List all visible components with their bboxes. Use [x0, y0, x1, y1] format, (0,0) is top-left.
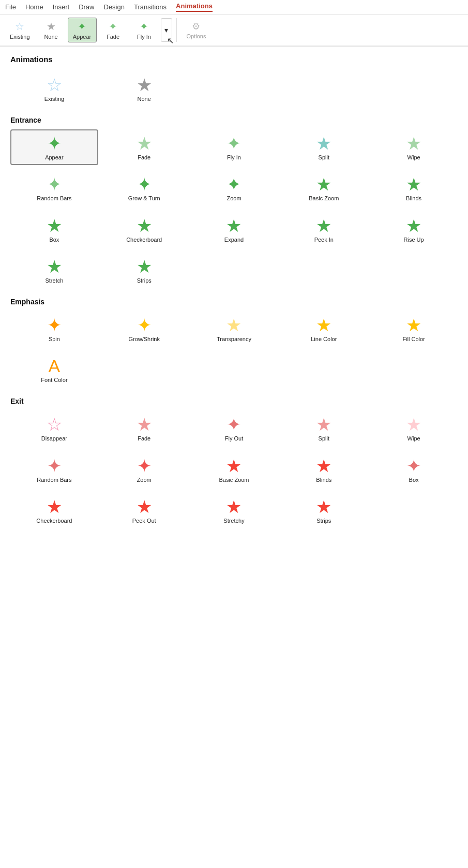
anim-strips[interactable]: ★ Strips — [100, 253, 188, 288]
exit-box-icon: ✦ — [406, 457, 421, 475]
cursor-icon: ↖ — [167, 36, 174, 46]
menu-animations[interactable]: Animations — [176, 2, 213, 12]
anim-basic-zoom[interactable]: ★ Basic Zoom — [280, 170, 368, 206]
anim-zoom[interactable]: ✦ Zoom — [190, 170, 278, 206]
anim-transparency[interactable]: ★ Transparency — [190, 311, 278, 347]
exit-split-icon: ★ — [316, 416, 331, 433]
fly-out-icon: ✦ — [227, 416, 241, 433]
checkerboard-icon: ★ — [137, 217, 152, 234]
fade-label: Fade — [138, 154, 150, 161]
anim-exit-box[interactable]: ✦ Box — [370, 452, 458, 488]
ribbon-appear-label: Appear — [73, 34, 91, 40]
menu-transitions[interactable]: Transitions — [134, 3, 167, 11]
ribbon-fade[interactable]: ✦ Fade — [99, 18, 128, 42]
anim-peek-out[interactable]: ★ Peek Out — [100, 493, 188, 528]
anim-fly-out[interactable]: ✦ Fly Out — [190, 410, 278, 446]
ribbon-flyin-label: Fly In — [137, 34, 151, 40]
main-content: Animations ☆ Existing ★ None Entrance ✦ … — [0, 47, 468, 541]
peek-in-label: Peek In — [314, 237, 334, 243]
peek-out-icon: ★ — [137, 498, 152, 516]
random-bars-icon: ✦ — [47, 175, 62, 193]
exit-grid: ☆ Disappear ★ Fade ✦ Fly Out ★ Split ★ W… — [10, 410, 458, 528]
anim-exit-strips[interactable]: ★ Strips — [280, 493, 368, 528]
emphasis-grid: ✦ Spin ✦ Grow/Shrink ★ Transparency ★ Li… — [10, 311, 458, 388]
disappear-label: Disappear — [41, 435, 67, 442]
exit-zoom-icon: ✦ — [137, 457, 152, 475]
anim-existing[interactable]: ☆ Existing — [10, 71, 98, 107]
peek-in-icon: ★ — [316, 217, 331, 234]
anim-grow-turn[interactable]: ✦ Grow & Turn — [100, 170, 188, 206]
anim-exit-random-bars[interactable]: ✦ Random Bars — [10, 452, 98, 488]
anim-disappear[interactable]: ☆ Disappear — [10, 410, 98, 446]
transparency-label: Transparency — [217, 336, 251, 343]
font-color-icon: A — [49, 357, 61, 375]
ribbon-options[interactable]: ⚙ Options — [181, 18, 212, 42]
anim-exit-zoom[interactable]: ✦ Zoom — [100, 452, 188, 488]
anim-expand[interactable]: ★ Expand — [190, 212, 278, 247]
split-label: Split — [319, 154, 329, 161]
line-color-icon: ★ — [316, 316, 331, 334]
menu-draw[interactable]: Draw — [79, 3, 94, 11]
anim-checkerboard[interactable]: ★ Checkerboard — [100, 212, 188, 247]
entrance-grid: ✦ Appear ★ Fade ✦ Fly In ★ Split ★ Wipe … — [10, 129, 458, 288]
ribbon-existing[interactable]: ☆ Existing — [5, 18, 35, 42]
anim-flyin[interactable]: ✦ Fly In — [190, 129, 278, 165]
zoom-icon: ✦ — [227, 175, 241, 193]
anim-spin[interactable]: ✦ Spin — [10, 311, 98, 347]
anim-appear[interactable]: ✦ Appear — [10, 129, 98, 165]
spin-icon: ✦ — [47, 316, 62, 334]
menu-bar: File Home Insert Draw Design Transitions… — [0, 0, 468, 14]
ribbon-none[interactable]: ★ None — [37, 18, 66, 42]
anim-stretchy[interactable]: ★ Stretchy — [190, 493, 278, 528]
exit-fade-icon: ★ — [137, 416, 152, 433]
rise-up-label: Rise Up — [404, 237, 424, 243]
anim-exit-wipe[interactable]: ★ Wipe — [370, 410, 458, 446]
exit-basic-zoom-icon: ★ — [226, 457, 241, 475]
anim-rise-up[interactable]: ★ Rise Up — [370, 212, 458, 247]
anim-blinds[interactable]: ★ Blinds — [370, 170, 458, 206]
anim-fade[interactable]: ★ Fade — [100, 129, 188, 165]
anim-fill-color[interactable]: ★ Fill Color — [370, 311, 458, 347]
menu-insert[interactable]: Insert — [53, 3, 70, 11]
exit-title: Exit — [10, 397, 458, 405]
anim-grow-shrink[interactable]: ✦ Grow/Shrink — [100, 311, 188, 347]
line-color-label: Line Color — [311, 336, 337, 343]
anim-exit-basic-zoom[interactable]: ★ Basic Zoom — [190, 452, 278, 488]
ribbon-flyin[interactable]: ✦ Fly In — [130, 18, 159, 42]
exit-blinds-label: Blinds — [316, 477, 331, 483]
anim-split[interactable]: ★ Split — [280, 129, 368, 165]
stretchy-icon: ★ — [226, 498, 241, 516]
ribbon-options-label: Options — [187, 33, 206, 39]
anim-exit-checkerboard[interactable]: ★ Checkerboard — [10, 493, 98, 528]
menu-home[interactable]: Home — [25, 3, 43, 11]
spin-label: Spin — [49, 336, 60, 343]
anim-exit-blinds[interactable]: ★ Blinds — [280, 452, 368, 488]
ribbon-none-label: None — [44, 34, 57, 40]
fade-star-icon: ✦ — [109, 20, 117, 33]
anim-none[interactable]: ★ None — [100, 71, 188, 107]
menu-file[interactable]: File — [5, 3, 16, 11]
anim-stretch[interactable]: ★ Stretch — [10, 253, 98, 288]
anim-exit-fade[interactable]: ★ Fade — [100, 410, 188, 446]
menu-design[interactable]: Design — [104, 3, 125, 11]
anim-wipe[interactable]: ★ Wipe — [370, 129, 458, 165]
ribbon-dropdown[interactable]: ▾ ↖ — [161, 18, 172, 42]
anim-box[interactable]: ★ Box — [10, 212, 98, 247]
exit-checkerboard-icon: ★ — [47, 498, 62, 516]
anim-random-bars[interactable]: ✦ Random Bars — [10, 170, 98, 206]
anim-line-color[interactable]: ★ Line Color — [280, 311, 368, 347]
blinds-icon: ★ — [406, 175, 421, 193]
exit-basic-zoom-label: Basic Zoom — [219, 477, 249, 483]
exit-wipe-icon: ★ — [406, 416, 421, 433]
ribbon: ☆ Existing ★ None ✦ Appear ✦ Fade ✦ Fly … — [0, 14, 468, 47]
stretch-label: Stretch — [45, 277, 63, 284]
appear-label: Appear — [45, 154, 63, 161]
anim-peek-in[interactable]: ★ Peek In — [280, 212, 368, 247]
anim-exit-split[interactable]: ★ Split — [280, 410, 368, 446]
exit-random-bars-label: Random Bars — [37, 477, 71, 483]
emphasis-title: Emphasis — [10, 298, 458, 306]
split-icon: ★ — [316, 135, 331, 152]
anim-font-color[interactable]: A Font Color — [10, 352, 98, 388]
ribbon-appear[interactable]: ✦ Appear — [68, 18, 97, 42]
gear-icon: ⚙ — [192, 21, 200, 32]
